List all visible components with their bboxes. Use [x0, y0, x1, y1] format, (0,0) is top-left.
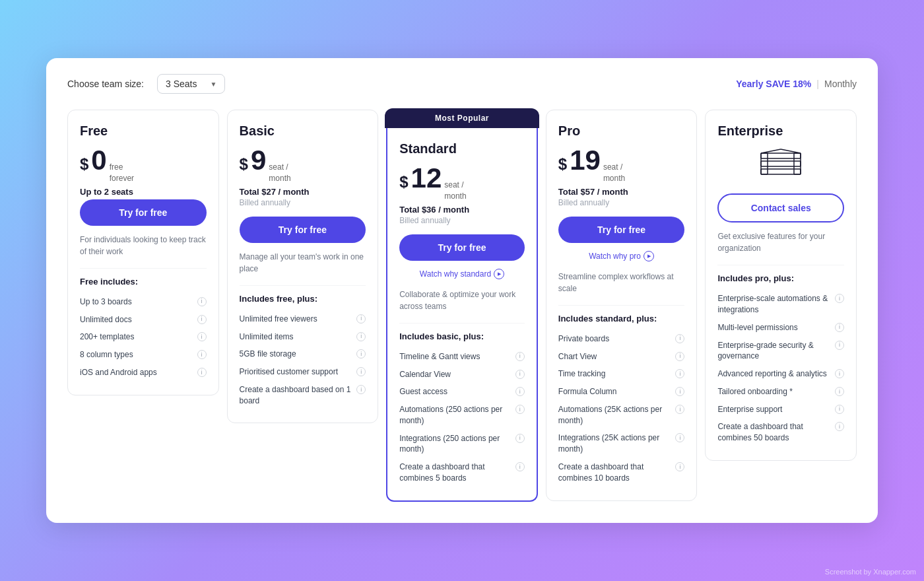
info-icon[interactable]: i [197, 315, 207, 324]
feature-text: Create a dashboard that combines 5 board… [399, 461, 515, 484]
info-icon[interactable]: i [356, 349, 366, 359]
price-row-basic: $ 9 seat /month [240, 147, 366, 184]
total-price-basic: Total $27 / month [240, 187, 366, 197]
cta-button-basic[interactable]: Try for free [240, 217, 366, 243]
info-icon[interactable]: i [515, 370, 525, 379]
plan-description-free: For individuals looking to keep track of… [80, 234, 207, 257]
info-icon[interactable]: i [835, 387, 844, 396]
feature-text: Create a dashboard that combines 10 boar… [558, 461, 676, 484]
feature-item: 8 column types i [80, 346, 207, 364]
feature-item: iOS and Android apps i [80, 364, 207, 382]
info-icon[interactable]: i [835, 323, 844, 332]
plan-standard: Most PopularStandard $ 12 seat /month To… [386, 110, 538, 502]
price-amount-pro: 19 [570, 147, 601, 174]
includes-title-enterprise: Includes pro, plus: [717, 265, 844, 283]
feature-item: Enterprise support i [717, 401, 844, 419]
info-icon[interactable]: i [515, 434, 525, 443]
info-icon[interactable]: i [835, 369, 844, 378]
feature-item: Formula Column i [558, 383, 685, 401]
feature-item: Create a dashboard that combines 10 boar… [558, 458, 685, 487]
billed-text-pro: Billed annually [558, 198, 685, 207]
info-icon[interactable]: i [675, 369, 684, 378]
info-icon[interactable]: i [197, 350, 207, 359]
plan-card-basic: Basic $ 9 seat /month Total $27 / monthB… [227, 110, 379, 423]
feature-item: Integrations (25K actions per month) i [558, 429, 685, 458]
info-icon[interactable]: i [835, 405, 844, 414]
info-icon[interactable]: i [197, 332, 207, 341]
info-icon[interactable]: i [675, 405, 684, 414]
feature-item: Unlimited items i [240, 328, 366, 346]
billing-toggle: Yearly SAVE 18% | Monthly [736, 79, 857, 89]
feature-item: Advanced reporting & analytics i [717, 365, 844, 383]
currency-pro: $ [558, 155, 567, 174]
info-icon[interactable]: i [835, 294, 844, 303]
feature-item: Private boards i [558, 330, 685, 348]
play-icon: ▶ [494, 269, 504, 279]
info-icon[interactable]: i [515, 405, 525, 414]
feature-item: Unlimited free viewers i [240, 310, 366, 328]
info-icon[interactable]: i [356, 367, 366, 376]
feature-list-pro: Private boards i Chart View i Time track… [558, 330, 685, 487]
feature-text: 8 column types [80, 349, 197, 360]
info-icon[interactable]: i [197, 368, 207, 377]
feature-item: Calendar View i [399, 366, 525, 384]
plan-description-enterprise: Get exclusive features for your organiza… [717, 230, 844, 254]
info-icon[interactable]: i [356, 385, 366, 394]
feature-text: Guest access [399, 386, 515, 397]
price-amount-basic: 9 [251, 147, 266, 174]
svg-line-6 [781, 149, 801, 153]
info-icon[interactable]: i [675, 433, 684, 442]
plan-card-standard: Standard $ 12 seat /month Total $36 / mo… [386, 128, 538, 502]
feature-text: Integrations (25K actions per month) [558, 432, 676, 455]
info-icon[interactable]: i [515, 387, 525, 396]
screenshot-credit: Screenshot by Xnapper.com [825, 568, 916, 576]
monthly-label[interactable]: Monthly [824, 79, 857, 89]
billed-text-basic: Billed annually [240, 198, 366, 207]
feature-text: Unlimited docs [80, 314, 197, 325]
cta-button-standard[interactable]: Try for free [399, 234, 525, 261]
feature-text: Prioritised customer support [240, 366, 357, 378]
info-icon[interactable]: i [515, 462, 525, 471]
info-icon[interactable]: i [675, 387, 684, 396]
feature-text: Formula Column [558, 386, 676, 397]
watch-link-pro[interactable]: Watch why pro ▶ [558, 251, 685, 261]
cta-button-pro[interactable]: Try for free [558, 217, 685, 243]
info-icon[interactable]: i [197, 297, 207, 306]
cta-button-enterprise[interactable]: Contact sales [717, 193, 844, 222]
chevron-down-icon: ▼ [210, 81, 216, 88]
total-price-pro: Total $57 / month [558, 187, 685, 197]
watch-link-standard[interactable]: Watch why standard ▶ [399, 269, 525, 279]
info-icon[interactable]: i [356, 314, 366, 324]
team-size-dropdown[interactable]: 3 Seats ▼ [157, 74, 225, 94]
pricing-container: Choose team size: 3 Seats ▼ Yearly SAVE … [46, 58, 878, 523]
info-icon[interactable]: i [356, 332, 366, 341]
svg-rect-4 [794, 153, 801, 174]
feature-text: Unlimited free viewers [240, 314, 357, 325]
feature-item: Time tracking i [558, 365, 685, 383]
includes-title-basic: Includes free, plus: [240, 285, 366, 304]
plan-name-standard: Standard [399, 141, 525, 156]
feature-text: Tailored onboarding * [717, 386, 835, 397]
info-icon[interactable]: i [675, 334, 684, 343]
feature-item: Timeline & Gantt views i [399, 348, 525, 366]
info-icon[interactable]: i [675, 352, 684, 361]
plan-description-basic: Manage all your team's work in one place [240, 251, 366, 275]
feature-text: Chart View [558, 351, 676, 362]
feature-item: Enterprise-grade security & governance i [717, 337, 844, 366]
feature-text: Enterprise-grade security & governance [717, 340, 835, 362]
info-icon[interactable]: i [835, 341, 844, 350]
info-icon[interactable]: i [675, 462, 684, 471]
yearly-label[interactable]: Yearly SAVE 18% [736, 79, 811, 89]
plan-card-pro: Pro $ 19 seat /month Total $57 / monthBi… [546, 110, 698, 501]
plan-enterprise: Enterprise Contact salesGet exclusive fe… [705, 110, 857, 461]
info-icon[interactable]: i [835, 422, 844, 431]
info-icon[interactable]: i [515, 352, 525, 361]
feature-item: Multi-level permissions i [717, 319, 844, 337]
billed-text-standard: Billed annually [399, 216, 525, 225]
currency-basic: $ [240, 155, 248, 174]
feature-item: Create a dashboard that combines 50 boar… [717, 418, 844, 447]
cta-button-free[interactable]: Try for free [80, 199, 207, 226]
svg-line-5 [761, 149, 781, 153]
feature-text: Create a dashboard that combines 50 boar… [717, 421, 835, 444]
plans-grid: Free $ 0 freeforever Up to 2 seatsTry fo… [67, 110, 857, 502]
